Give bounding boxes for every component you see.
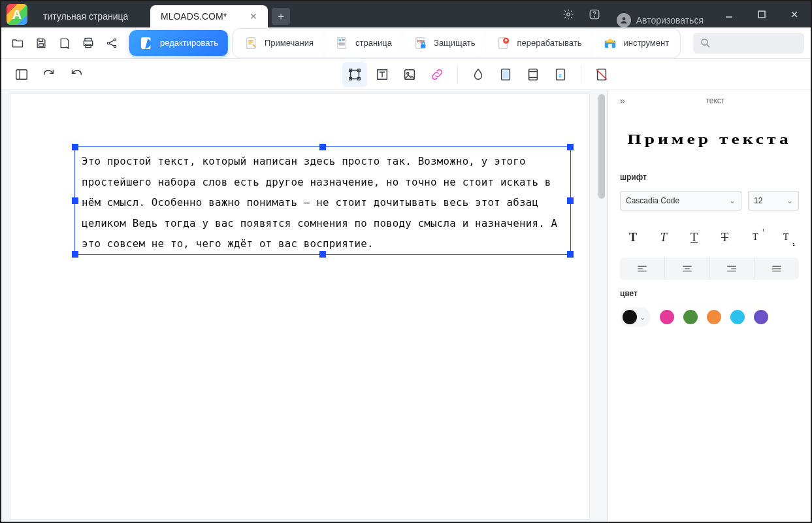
maximize-button[interactable]	[745, 1, 778, 27]
help-button[interactable]	[581, 1, 608, 27]
notes-icon	[244, 35, 259, 51]
collapse-panel-button[interactable]: »	[620, 95, 625, 106]
strikethrough-button[interactable]: T	[711, 226, 738, 248]
italic-button[interactable]: T	[651, 226, 677, 248]
settings-button[interactable]	[555, 1, 581, 27]
svg-point-0	[567, 13, 570, 16]
color-swatch-pink[interactable]	[660, 310, 674, 324]
text-block[interactable]: Это простой текст, который написан здесь…	[75, 147, 570, 258]
ribbon-edit-tools: #	[1, 59, 811, 90]
color-picker[interactable]: ⌄	[620, 307, 651, 327]
save-button[interactable]	[31, 33, 51, 53]
header-footer-tool[interactable]	[521, 62, 545, 87]
titlebar: A титульная страница MLOADS.COM* ✕ ＋ Авт…	[1, 1, 811, 27]
close-button[interactable]	[778, 1, 811, 27]
underline-button[interactable]: T	[681, 226, 707, 248]
drop-icon	[471, 67, 485, 82]
svg-point-2	[594, 16, 594, 17]
text-selection-box[interactable]: Это простой текст, который написан здесь…	[74, 146, 571, 255]
chevron-down-icon: ⌄	[787, 196, 793, 205]
resize-handle[interactable]	[567, 251, 574, 258]
crop-icon	[594, 67, 609, 82]
save-icon	[35, 37, 48, 50]
superscript-button[interactable]: T	[742, 226, 768, 248]
mode-label: Защищать	[434, 38, 475, 48]
scrollbar[interactable]	[598, 94, 605, 518]
color-swatch-cyan[interactable]	[730, 310, 745, 324]
color-swatch-purple[interactable]	[754, 310, 768, 324]
edit-icon	[139, 35, 155, 51]
align-justify-button[interactable]	[755, 258, 799, 280]
properties-panel: » текст Пример текста шрифт Cascadia Cod…	[608, 90, 811, 522]
redo-button[interactable]	[37, 62, 61, 87]
mode-label: редактировать	[160, 38, 218, 48]
bates-tool[interactable]: #	[548, 62, 573, 87]
align-center-button[interactable]	[665, 258, 710, 280]
font-size-value: 12	[754, 196, 762, 205]
resize-handle[interactable]	[319, 144, 326, 150]
select-tool[interactable]	[342, 62, 367, 87]
panel-toggle-button[interactable]	[9, 62, 34, 87]
open-button[interactable]	[8, 33, 27, 53]
mode-protect[interactable]: PDF Защищать	[403, 30, 485, 56]
search-input[interactable]	[693, 33, 804, 54]
current-color-swatch	[623, 310, 637, 324]
font-size-select[interactable]: 12 ⌄	[748, 191, 799, 211]
resize-handle[interactable]	[319, 251, 326, 258]
tab-label: MLOADS.COM*	[161, 11, 227, 22]
subscript-button[interactable]: T	[773, 226, 799, 248]
minimize-button[interactable]	[713, 1, 745, 27]
document-canvas[interactable]: Это простой текст, который написан здесь…	[1, 90, 608, 522]
resize-handle[interactable]	[72, 197, 78, 204]
close-icon[interactable]: ✕	[250, 11, 257, 22]
tab-mloads[interactable]: MLOADS.COM* ✕	[150, 5, 268, 27]
link-tool[interactable]	[425, 62, 449, 87]
mode-tools[interactable]: инструмент	[593, 30, 679, 56]
svg-rect-35	[529, 69, 538, 80]
crop-tool[interactable]	[589, 62, 614, 87]
scrollbar-thumb[interactable]	[598, 94, 605, 199]
svg-rect-8	[86, 44, 91, 47]
align-right-button[interactable]	[710, 258, 755, 280]
undo-button[interactable]	[64, 62, 89, 87]
svg-rect-24	[16, 69, 27, 79]
ribbon-primary: редактировать Примечания страница PDF За…	[1, 27, 811, 59]
print-button[interactable]	[78, 33, 98, 53]
tab-cover-page[interactable]: титульная страница	[33, 5, 150, 27]
share-button[interactable]	[102, 33, 122, 53]
page-bg-icon	[498, 67, 513, 82]
main-area: Это простой текст, который написан здесь…	[1, 90, 811, 522]
resize-handle[interactable]	[72, 251, 78, 258]
svg-rect-13	[247, 37, 255, 48]
app-logo: A	[7, 4, 27, 25]
auth-button[interactable]: Авторизоваться	[608, 13, 713, 27]
new-tab-button[interactable]: ＋	[272, 8, 290, 25]
bold-button[interactable]: T	[620, 226, 646, 248]
resize-handle[interactable]	[567, 144, 574, 150]
mode-convert[interactable]: перерабатывать	[486, 30, 591, 56]
resize-handle[interactable]	[72, 144, 78, 150]
color-swatch-orange[interactable]	[707, 310, 721, 324]
font-family-select[interactable]: Cascadia Code ⌄	[620, 191, 741, 211]
color-swatch-green[interactable]	[683, 310, 698, 324]
mode-notes[interactable]: Примечания	[234, 30, 323, 56]
mode-edit[interactable]: редактировать	[129, 30, 228, 56]
undo-icon	[69, 67, 84, 82]
watermark-tool[interactable]	[466, 62, 491, 87]
gear-icon	[562, 8, 574, 20]
svg-rect-15	[339, 39, 342, 41]
image-icon	[402, 67, 417, 82]
text-tool[interactable]	[370, 62, 395, 87]
mode-page[interactable]: страница	[325, 30, 402, 56]
page[interactable]: Это простой текст, который написан здесь…	[10, 94, 589, 519]
document-tabs: титульная страница MLOADS.COM* ✕	[33, 1, 268, 27]
image-tool[interactable]	[397, 62, 422, 87]
separator	[581, 65, 581, 84]
save-as-button[interactable]	[55, 33, 74, 53]
number-icon: #	[553, 67, 568, 82]
resize-handle[interactable]	[567, 197, 574, 204]
background-tool[interactable]	[493, 62, 518, 87]
svg-text:PDF: PDF	[417, 39, 425, 43]
svg-rect-18	[421, 44, 425, 48]
align-left-button[interactable]	[620, 258, 665, 280]
